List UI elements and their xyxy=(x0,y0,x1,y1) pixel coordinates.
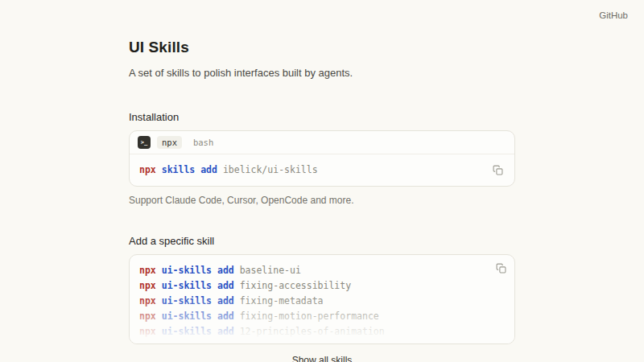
code-line: npx ui-skills add fixing-motion-performa… xyxy=(139,311,505,323)
tab-bash[interactable]: bash xyxy=(188,136,218,149)
code-line: npx ui-skills add canvas-design xyxy=(139,341,505,344)
show-all-skills-button[interactable]: Show all skills xyxy=(289,353,356,362)
argument-token: ibelick/ui-skills xyxy=(223,164,318,175)
install-command-row: npx skills add ibelick/ui-skills xyxy=(130,154,514,186)
main-content: UI Skills A set of skills to polish inte… xyxy=(129,39,515,362)
copy-icon xyxy=(493,166,503,178)
install-card-header: >_ npx bash xyxy=(130,131,514,154)
command-token: npx xyxy=(139,164,156,175)
argument-token: 12-principles-of-animation xyxy=(240,326,385,337)
support-note: Support Claude Code, Cursor, OpenCode an… xyxy=(129,195,515,206)
copy-install-button[interactable] xyxy=(491,163,505,177)
keyword-token: ui-skills add xyxy=(162,265,234,276)
command-token: npx xyxy=(139,280,156,291)
add-skill-heading: Add a specific skill xyxy=(129,235,515,248)
keyword-token: skills add xyxy=(162,164,217,175)
command-token: npx xyxy=(139,341,156,344)
copy-icon xyxy=(496,264,506,276)
command-token: npx xyxy=(139,295,156,306)
skills-card: npx ui-skills add baseline-ui npx ui-ski… xyxy=(129,254,515,344)
page-title: UI Skills xyxy=(129,39,515,56)
command-token: npx xyxy=(139,311,156,322)
command-token: npx xyxy=(139,326,156,337)
code-line: npx ui-skills add fixing-accessibility xyxy=(139,280,505,292)
argument-token: fixing-motion-performance xyxy=(240,311,379,322)
github-link[interactable]: GitHub xyxy=(599,10,628,20)
installation-heading: Installation xyxy=(129,111,515,124)
argument-token: canvas-design xyxy=(240,341,312,344)
argument-token: fixing-metadata xyxy=(240,295,324,306)
keyword-token: ui-skills add xyxy=(162,295,234,306)
tab-npx[interactable]: npx xyxy=(157,136,182,149)
skills-code-lines: npx ui-skills add baseline-ui npx ui-ski… xyxy=(139,265,505,344)
install-card: >_ npx bash npx skills add ibelick/ui-sk… xyxy=(129,130,515,187)
install-command: npx skills add ibelick/ui-skills xyxy=(139,164,318,176)
command-token: npx xyxy=(139,265,156,276)
argument-token: baseline-ui xyxy=(240,265,301,276)
keyword-token: ui-skills add xyxy=(162,280,234,291)
keyword-token: ui-skills add xyxy=(162,341,234,344)
terminal-icon: >_ xyxy=(138,136,151,149)
argument-token: fixing-accessibility xyxy=(240,280,351,291)
code-line: npx ui-skills add fixing-metadata xyxy=(139,295,505,307)
code-line: npx ui-skills add 12-principles-of-anima… xyxy=(139,326,505,338)
keyword-token: ui-skills add xyxy=(162,311,234,322)
keyword-token: ui-skills add xyxy=(162,326,234,337)
show-all-wrap: Show all skills xyxy=(129,352,515,362)
code-line: npx ui-skills add baseline-ui xyxy=(139,265,505,277)
copy-skills-button[interactable] xyxy=(494,261,508,275)
page-subtitle: A set of skills to polish interfaces bui… xyxy=(129,66,515,80)
